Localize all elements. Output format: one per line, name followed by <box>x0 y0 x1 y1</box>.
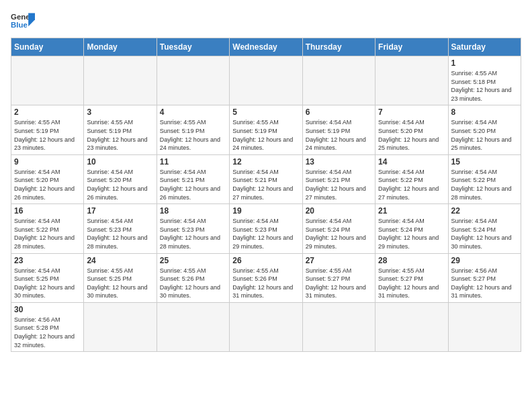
day-number: 4 <box>160 107 226 117</box>
day-info: Sunrise: 4:55 AM Sunset: 5:19 PM Dayligh… <box>87 118 153 152</box>
calendar-day-cell: 21Sunrise: 4:54 AM Sunset: 5:24 PM Dayli… <box>375 204 448 253</box>
calendar-table: SundayMondayTuesdayWednesdayThursdayFrid… <box>11 38 521 352</box>
calendar-day-cell <box>375 56 448 105</box>
calendar-day-cell: 2Sunrise: 4:55 AM Sunset: 5:19 PM Daylig… <box>11 105 84 154</box>
day-number: 10 <box>87 157 153 167</box>
day-number: 28 <box>378 256 445 265</box>
day-info: Sunrise: 4:54 AM Sunset: 5:21 PM Dayligh… <box>160 168 226 201</box>
calendar-header-row: SundayMondayTuesdayWednesdayThursdayFrid… <box>11 38 521 56</box>
day-number: 5 <box>232 107 299 117</box>
calendar-day-cell: 4Sunrise: 4:55 AM Sunset: 5:19 PM Daylig… <box>157 105 229 154</box>
day-info: Sunrise: 4:56 AM Sunset: 5:27 PM Dayligh… <box>451 267 518 300</box>
weekday-header: Friday <box>375 38 448 56</box>
calendar-day-cell <box>375 302 448 351</box>
day-number: 17 <box>87 206 153 216</box>
day-number: 21 <box>378 206 445 216</box>
calendar-day-cell: 12Sunrise: 4:54 AM Sunset: 5:21 PM Dayli… <box>230 154 302 203</box>
day-number: 26 <box>232 256 299 265</box>
calendar-day-cell <box>84 56 157 105</box>
calendar-day-cell <box>302 56 375 105</box>
calendar-day-cell <box>157 56 229 105</box>
svg-marker-2 <box>28 13 35 27</box>
day-number: 20 <box>306 206 372 216</box>
calendar-day-cell: 27Sunrise: 4:55 AM Sunset: 5:27 PM Dayli… <box>302 253 375 302</box>
calendar-day-cell: 20Sunrise: 4:54 AM Sunset: 5:24 PM Dayli… <box>302 204 375 253</box>
calendar-week-row: 9Sunrise: 4:54 AM Sunset: 5:20 PM Daylig… <box>11 154 521 203</box>
weekday-header: Saturday <box>448 38 521 56</box>
calendar-day-cell: 24Sunrise: 4:55 AM Sunset: 5:25 PM Dayli… <box>84 253 157 302</box>
calendar-week-row: 16Sunrise: 4:54 AM Sunset: 5:22 PM Dayli… <box>11 204 521 253</box>
day-info: Sunrise: 4:55 AM Sunset: 5:18 PM Dayligh… <box>451 69 518 103</box>
calendar-day-cell: 17Sunrise: 4:54 AM Sunset: 5:23 PM Dayli… <box>84 204 157 253</box>
day-number: 23 <box>14 256 81 265</box>
day-info: Sunrise: 4:55 AM Sunset: 5:19 PM Dayligh… <box>160 118 226 152</box>
calendar-week-row: 30Sunrise: 4:56 AM Sunset: 5:28 PM Dayli… <box>11 302 521 351</box>
calendar-day-cell <box>230 302 302 351</box>
calendar-day-cell <box>11 56 84 105</box>
day-number: 2 <box>14 107 81 117</box>
calendar-day-cell <box>302 302 375 351</box>
calendar-day-cell: 9Sunrise: 4:54 AM Sunset: 5:20 PM Daylig… <box>11 154 84 203</box>
calendar-day-cell: 11Sunrise: 4:54 AM Sunset: 5:21 PM Dayli… <box>157 154 229 203</box>
calendar-week-row: 2Sunrise: 4:55 AM Sunset: 5:19 PM Daylig… <box>11 105 521 154</box>
calendar-day-cell <box>230 56 302 105</box>
day-info: Sunrise: 4:55 AM Sunset: 5:19 PM Dayligh… <box>14 118 81 152</box>
day-number: 18 <box>160 206 226 216</box>
calendar-day-cell: 18Sunrise: 4:54 AM Sunset: 5:23 PM Dayli… <box>157 204 229 253</box>
day-number: 13 <box>306 157 372 167</box>
weekday-header: Thursday <box>302 38 375 56</box>
day-info: Sunrise: 4:55 AM Sunset: 5:19 PM Dayligh… <box>232 118 299 152</box>
day-number: 19 <box>232 206 299 216</box>
day-number: 15 <box>451 157 518 167</box>
weekday-header: Monday <box>84 38 157 56</box>
day-info: Sunrise: 4:54 AM Sunset: 5:25 PM Dayligh… <box>14 267 81 300</box>
calendar-day-cell: 25Sunrise: 4:55 AM Sunset: 5:26 PM Dayli… <box>157 253 229 302</box>
day-info: Sunrise: 4:55 AM Sunset: 5:27 PM Dayligh… <box>306 267 372 300</box>
day-info: Sunrise: 4:54 AM Sunset: 5:20 PM Dayligh… <box>451 118 518 152</box>
calendar-day-cell <box>84 302 157 351</box>
day-info: Sunrise: 4:54 AM Sunset: 5:24 PM Dayligh… <box>306 217 372 250</box>
day-number: 3 <box>87 107 153 117</box>
day-number: 16 <box>14 206 81 216</box>
day-info: Sunrise: 4:55 AM Sunset: 5:26 PM Dayligh… <box>160 267 226 300</box>
day-number: 22 <box>451 206 518 216</box>
calendar-day-cell: 3Sunrise: 4:55 AM Sunset: 5:19 PM Daylig… <box>84 105 157 154</box>
calendar-day-cell: 26Sunrise: 4:55 AM Sunset: 5:26 PM Dayli… <box>230 253 302 302</box>
day-info: Sunrise: 4:54 AM Sunset: 5:22 PM Dayligh… <box>378 168 445 201</box>
day-info: Sunrise: 4:54 AM Sunset: 5:20 PM Dayligh… <box>87 168 153 201</box>
day-number: 27 <box>306 256 372 265</box>
day-info: Sunrise: 4:54 AM Sunset: 5:23 PM Dayligh… <box>160 217 226 250</box>
day-number: 30 <box>14 305 81 314</box>
day-info: Sunrise: 4:54 AM Sunset: 5:24 PM Dayligh… <box>451 217 518 250</box>
calendar-day-cell <box>448 302 521 351</box>
calendar-day-cell: 13Sunrise: 4:54 AM Sunset: 5:21 PM Dayli… <box>302 154 375 203</box>
calendar-day-cell <box>157 302 229 351</box>
logo: General Blue <box>11 11 39 31</box>
day-number: 14 <box>378 157 445 167</box>
svg-text:Blue: Blue <box>11 21 28 29</box>
weekday-header: Tuesday <box>157 38 229 56</box>
page-header: General Blue <box>11 11 521 31</box>
day-info: Sunrise: 4:55 AM Sunset: 5:27 PM Dayligh… <box>378 267 445 300</box>
day-info: Sunrise: 4:55 AM Sunset: 5:26 PM Dayligh… <box>232 267 299 300</box>
calendar-day-cell: 29Sunrise: 4:56 AM Sunset: 5:27 PM Dayli… <box>448 253 521 302</box>
calendar-day-cell: 10Sunrise: 4:54 AM Sunset: 5:20 PM Dayli… <box>84 154 157 203</box>
logo-icon: General Blue <box>11 11 35 31</box>
calendar-day-cell: 5Sunrise: 4:55 AM Sunset: 5:19 PM Daylig… <box>230 105 302 154</box>
day-info: Sunrise: 4:54 AM Sunset: 5:22 PM Dayligh… <box>14 217 81 250</box>
day-number: 12 <box>232 157 299 167</box>
day-info: Sunrise: 4:54 AM Sunset: 5:19 PM Dayligh… <box>306 118 372 152</box>
day-info: Sunrise: 4:54 AM Sunset: 5:22 PM Dayligh… <box>451 168 518 201</box>
calendar-day-cell: 23Sunrise: 4:54 AM Sunset: 5:25 PM Dayli… <box>11 253 84 302</box>
calendar-day-cell: 1Sunrise: 4:55 AM Sunset: 5:18 PM Daylig… <box>448 56 521 105</box>
day-number: 11 <box>160 157 226 167</box>
calendar-day-cell: 19Sunrise: 4:54 AM Sunset: 5:23 PM Dayli… <box>230 204 302 253</box>
calendar-day-cell: 30Sunrise: 4:56 AM Sunset: 5:28 PM Dayli… <box>11 302 84 351</box>
day-info: Sunrise: 4:54 AM Sunset: 5:23 PM Dayligh… <box>87 217 153 250</box>
day-number: 8 <box>451 107 518 117</box>
day-number: 29 <box>451 256 518 265</box>
day-info: Sunrise: 4:56 AM Sunset: 5:28 PM Dayligh… <box>14 316 81 349</box>
day-number: 9 <box>14 157 81 167</box>
calendar-day-cell: 22Sunrise: 4:54 AM Sunset: 5:24 PM Dayli… <box>448 204 521 253</box>
calendar-week-row: 1Sunrise: 4:55 AM Sunset: 5:18 PM Daylig… <box>11 56 521 105</box>
